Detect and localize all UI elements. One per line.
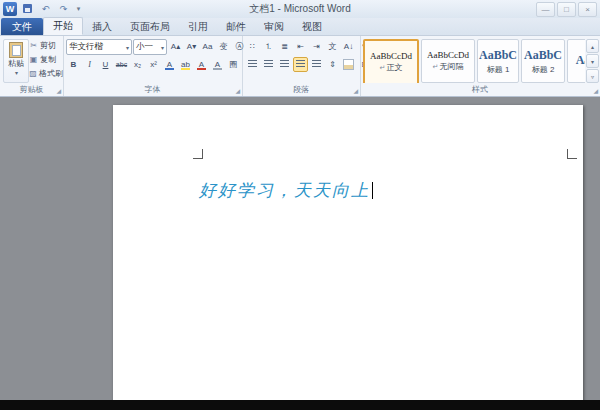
styles-more-button[interactable]: ▿: [586, 69, 599, 83]
minimize-button[interactable]: —: [536, 2, 555, 17]
tab-mailings[interactable]: 邮件: [217, 19, 255, 35]
line-spacing-button[interactable]: ⇕: [325, 57, 340, 72]
tab-view[interactable]: 视图: [293, 19, 331, 35]
font-name-combo[interactable]: 华文行楷 ▾: [66, 39, 132, 55]
tab-file[interactable]: 文件: [1, 18, 43, 35]
style-name: ↵正文: [380, 62, 403, 73]
page[interactable]: 好好学习，天天向上: [113, 105, 583, 400]
font-name-dropdown-arrow[interactable]: ▾: [126, 44, 129, 51]
align-center-button[interactable]: [261, 57, 276, 72]
save-icon: [23, 4, 32, 13]
italic-button[interactable]: I: [82, 57, 97, 72]
numbering-button[interactable]: ⒈: [261, 39, 276, 54]
styles-group-label: 样式: [360, 84, 600, 95]
style-name: 标题 2: [532, 64, 555, 75]
document-text[interactable]: 好好学习，天天向上: [199, 180, 370, 200]
paragraph-dialog-launcher[interactable]: ◢: [353, 87, 358, 95]
styles-scroll-up-button[interactable]: ▴: [586, 39, 599, 53]
document-area[interactable]: 好好学习，天天向上: [0, 97, 600, 400]
paste-button[interactable]: 粘贴 ▾: [3, 39, 29, 83]
style-card-heading1[interactable]: AaBbC 标题 1: [477, 39, 519, 83]
font-color-button[interactable]: A: [194, 57, 209, 72]
asian-layout-button[interactable]: 文: [325, 39, 340, 54]
align-right-button[interactable]: [277, 57, 292, 72]
font-name-value: 华文行楷: [69, 41, 103, 53]
close-button[interactable]: ×: [578, 2, 597, 17]
styles-scroll-down-button[interactable]: ▾: [586, 54, 599, 68]
increase-indent-button[interactable]: ⇥: [309, 39, 324, 54]
ribbon: 粘贴 ▾ ✂ 剪切 ▣ 复制 ▨ 格式刷 剪贴板 ◢: [0, 36, 600, 97]
tab-home[interactable]: 开始: [43, 17, 83, 35]
redo-button[interactable]: ↷: [56, 1, 71, 16]
character-shading-bar: [213, 68, 222, 70]
text-effects-color-bar: [165, 68, 174, 70]
format-painter-label: 格式刷: [39, 68, 63, 79]
save-button[interactable]: [20, 1, 35, 16]
shrink-font-button[interactable]: A▾: [184, 39, 199, 54]
bold-button[interactable]: B: [66, 57, 81, 72]
style-preview: AaBbCcDd: [427, 50, 469, 60]
tab-references[interactable]: 引用: [179, 19, 217, 35]
style-preview: AaBbCcDd: [370, 51, 412, 61]
enclose-characters-button[interactable]: 圈: [226, 57, 241, 72]
qat-customize-button[interactable]: ▾: [74, 1, 83, 16]
multilevel-list-button[interactable]: ≣: [277, 39, 292, 54]
clipboard-group-label: 剪贴板: [0, 84, 63, 95]
underline-button[interactable]: U: [98, 57, 113, 72]
copy-button[interactable]: ▣ 复制: [29, 53, 63, 66]
format-painter-button[interactable]: ▨ 格式刷: [29, 67, 63, 80]
align-center-icon: [264, 60, 273, 69]
justify-icon: [296, 60, 305, 69]
subscript-button[interactable]: x₂: [130, 57, 145, 72]
copy-label: 复制: [40, 54, 56, 65]
paragraph-style-marker-icon: ↵: [433, 63, 439, 71]
style-card-no-spacing[interactable]: AaBbCcDd ↵无间隔: [421, 39, 475, 83]
maximize-button[interactable]: □: [557, 2, 576, 17]
text-effects-button[interactable]: A: [162, 57, 177, 72]
strikethrough-button[interactable]: abc: [114, 57, 129, 72]
crop-mark-top-right-icon: [567, 149, 577, 159]
superscript-button[interactable]: x²: [146, 57, 161, 72]
shading-button[interactable]: [341, 57, 356, 72]
decrease-indent-button[interactable]: ⇤: [293, 39, 308, 54]
clipboard-dialog-launcher[interactable]: ◢: [56, 87, 61, 95]
word-logo-icon[interactable]: W: [3, 2, 17, 16]
cut-icon: ✂: [29, 41, 38, 50]
distribute-icon: [312, 60, 321, 69]
style-preview: AaBbC: [479, 48, 517, 63]
tab-insert[interactable]: 插入: [83, 19, 121, 35]
style-card-normal[interactable]: AaBbCcDd ↵正文: [363, 39, 419, 83]
bullets-button[interactable]: ∷: [245, 39, 260, 54]
font-size-combo[interactable]: 小一 ▾: [133, 39, 167, 55]
styles-gallery-scroll: ▴ ▾ ▿: [586, 39, 599, 83]
taskbar[interactable]: [0, 400, 600, 410]
cut-button[interactable]: ✂ 剪切: [29, 39, 63, 52]
highlight-button[interactable]: ab: [178, 57, 193, 72]
styles-dialog-launcher[interactable]: ◢: [593, 87, 598, 95]
paragraph-row-1: ∷ ⒈ ≣ ⇤ ⇥ 文 A↓ ¶: [245, 39, 372, 54]
ribbon-tab-bar: 文件 开始 插入 页面布局 引用 邮件 审阅 视图: [0, 18, 600, 36]
window-controls: — □ ×: [536, 2, 597, 17]
document-text-line[interactable]: 好好学习，天天向上: [199, 179, 373, 202]
justify-button[interactable]: [293, 57, 308, 72]
clipboard-group: 粘贴 ▾ ✂ 剪切 ▣ 复制 ▨ 格式刷 剪贴板 ◢: [0, 36, 64, 96]
change-case-button[interactable]: Aa: [200, 39, 215, 54]
style-preview: AaBbC: [524, 48, 562, 63]
tab-review[interactable]: 审阅: [255, 19, 293, 35]
distribute-button[interactable]: [309, 57, 324, 72]
align-left-button[interactable]: [245, 57, 260, 72]
font-dialog-launcher[interactable]: ◢: [235, 87, 240, 95]
font-row-2: B I U abc x₂ x² A ab A A 圈: [66, 57, 241, 72]
tab-page-layout[interactable]: 页面布局: [121, 19, 179, 35]
undo-button[interactable]: ↶: [38, 1, 53, 16]
character-shading-button[interactable]: A: [210, 57, 225, 72]
font-size-dropdown-arrow[interactable]: ▾: [161, 44, 164, 51]
style-card-heading2[interactable]: AaBbC 标题 2: [521, 39, 565, 83]
paste-dropdown-arrow[interactable]: ▾: [15, 69, 18, 76]
grow-font-button[interactable]: A▴: [168, 39, 183, 54]
sort-button[interactable]: A↓: [341, 39, 356, 54]
phonetic-guide-button[interactable]: 变: [216, 39, 231, 54]
word-window: W ↶ ↷ ▾ 文档1 - Microsoft Word — □ × 文件 开始…: [0, 0, 600, 410]
styles-gallery: AaBbCcDd ↵正文 AaBbCcDd ↵无间隔 AaBbC 标题 1 Aa…: [363, 39, 585, 83]
style-card-partial[interactable]: AaBB: [567, 39, 585, 83]
